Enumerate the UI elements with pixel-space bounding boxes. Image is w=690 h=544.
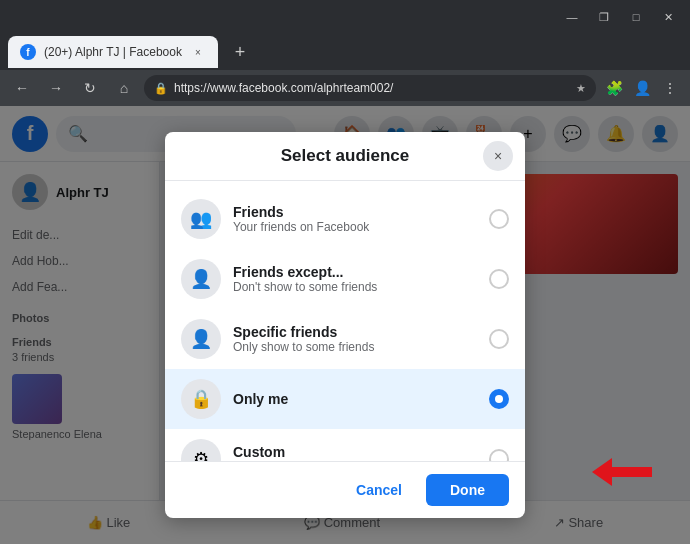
maximize-button[interactable]: ❐ <box>590 6 618 28</box>
red-arrow <box>592 458 652 486</box>
specific-friends-radio[interactable] <box>489 329 509 349</box>
custom-icon: ⚙ <box>181 439 221 461</box>
minimize-button[interactable]: — <box>558 6 586 28</box>
home-button[interactable]: ⌂ <box>110 74 138 102</box>
friends-except-icon: 👤 <box>181 259 221 299</box>
modal-body: 👥 Friends Your friends on Facebook 👤 Fri… <box>165 181 525 461</box>
active-tab[interactable]: f (20+) Alphr TJ | Facebook × <box>8 36 218 68</box>
only-me-icon: 🔒 <box>181 379 221 419</box>
custom-radio[interactable] <box>489 449 509 461</box>
audience-item-specific-friends[interactable]: 👤 Specific friends Only show to some fri… <box>165 309 525 369</box>
friends-icon: 👥 <box>181 199 221 239</box>
modal-title: Select audience <box>281 146 410 166</box>
specific-friends-name: Specific friends <box>233 324 477 340</box>
new-tab-button[interactable]: + <box>226 38 254 66</box>
profile-icon[interactable]: 👤 <box>630 76 654 100</box>
custom-desc: Include and exclude friends and lists <box>233 460 477 461</box>
friends-desc: Your friends on Facebook <box>233 220 477 234</box>
maximize2-button[interactable]: □ <box>622 6 650 28</box>
modal-close-button[interactable]: × <box>483 141 513 171</box>
friends-radio[interactable] <box>489 209 509 229</box>
back-button[interactable]: ← <box>8 74 36 102</box>
specific-friends-info: Specific friends Only show to some frien… <box>233 324 477 354</box>
specific-friends-icon: 👤 <box>181 319 221 359</box>
custom-name: Custom <box>233 444 477 460</box>
arrow-body <box>612 467 652 477</box>
tab-favicon: f <box>20 44 36 60</box>
modal-overlay: Select audience × 👥 Friends Your friends… <box>0 106 690 544</box>
refresh-button[interactable]: ↻ <box>76 74 104 102</box>
friends-except-name: Friends except... <box>233 264 477 280</box>
extensions-icon[interactable]: 🧩 <box>602 76 626 100</box>
audience-item-friends-except[interactable]: 👤 Friends except... Don't show to some f… <box>165 249 525 309</box>
audience-item-only-me[interactable]: 🔒 Only me <box>165 369 525 429</box>
select-audience-modal: Select audience × 👥 Friends Your friends… <box>165 132 525 518</box>
modal-header: Select audience × <box>165 132 525 181</box>
done-button[interactable]: Done <box>426 474 509 506</box>
only-me-info: Only me <box>233 391 477 407</box>
arrow-head <box>592 458 612 486</box>
cancel-button[interactable]: Cancel <box>340 474 418 506</box>
friends-except-radio[interactable] <box>489 269 509 289</box>
menu-icon[interactable]: ⋮ <box>658 76 682 100</box>
friends-name: Friends <box>233 204 477 220</box>
forward-button[interactable]: → <box>42 74 70 102</box>
audience-item-friends[interactable]: 👥 Friends Your friends on Facebook <box>165 189 525 249</box>
close-button[interactable]: ✕ <box>654 6 682 28</box>
only-me-radio[interactable] <box>489 389 509 409</box>
modal-footer: Cancel Done <box>165 461 525 518</box>
audience-item-custom[interactable]: ⚙ Custom Include and exclude friends and… <box>165 429 525 461</box>
friends-except-desc: Don't show to some friends <box>233 280 477 294</box>
only-me-name: Only me <box>233 391 477 407</box>
tab-title: (20+) Alphr TJ | Facebook <box>44 45 182 59</box>
url-text: https://www.facebook.com/alphrteam002/ <box>174 81 570 95</box>
custom-info: Custom Include and exclude friends and l… <box>233 444 477 461</box>
friends-except-info: Friends except... Don't show to some fri… <box>233 264 477 294</box>
friends-info: Friends Your friends on Facebook <box>233 204 477 234</box>
specific-friends-desc: Only show to some friends <box>233 340 477 354</box>
tab-close-button[interactable]: × <box>190 44 206 60</box>
address-bar[interactable]: 🔒 https://www.facebook.com/alphrteam002/… <box>144 75 596 101</box>
